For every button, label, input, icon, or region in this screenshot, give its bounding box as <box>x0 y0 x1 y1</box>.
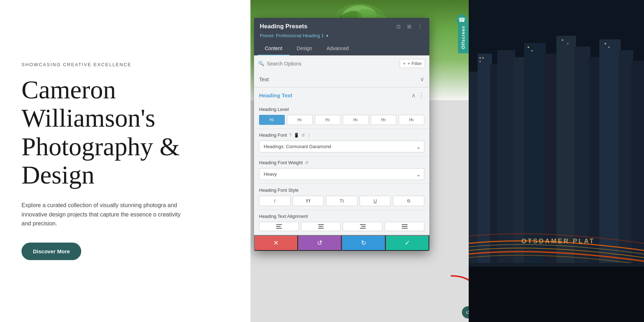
align-right-button[interactable] <box>343 222 382 231</box>
text-section-label: Text <box>259 76 269 82</box>
heading-font-weight-select-wrapper: Heavy Normal Bold Light <box>259 168 424 180</box>
panel-header-icons: ⊡ ⊞ ⋮ <box>395 23 424 30</box>
svg-rect-40 <box>605 43 606 44</box>
heading-text-section: Heading Text ∧ ⋮ Heading Level H1 H2 H3 <box>254 87 429 235</box>
heading-section-header[interactable]: Heading Text ∧ ⋮ <box>254 88 429 103</box>
style-strikethrough-button[interactable]: S <box>393 196 424 206</box>
cancel-button[interactable]: ✕ <box>254 235 298 251</box>
right-panel: OTSDAMER PLAT <box>469 0 644 322</box>
svg-rect-10 <box>319 226 323 227</box>
style-uppercase-button[interactable]: TT <box>293 196 324 206</box>
middle-area: ☎ Offscreen Heading Presets ⊡ ⊞ ⋮ Preset… <box>250 0 469 322</box>
panel-toolbar: ✕ ↺ ↻ ✓ <box>254 235 429 251</box>
style-italic-button[interactable]: I <box>259 196 291 206</box>
heading-section-collapse-icon[interactable]: ∧ <box>411 92 416 99</box>
svg-rect-39 <box>567 43 569 44</box>
heading-font-select[interactable]: Headings: Cormorant Garamond <box>259 141 424 152</box>
bottom-settings-button[interactable]: ↺ <box>462 306 469 318</box>
more-icon[interactable]: ⋮ <box>416 23 424 30</box>
help-icon[interactable]: ? <box>289 133 292 138</box>
panel-title: Heading Presets <box>260 23 307 30</box>
align-left-button[interactable] <box>259 222 299 231</box>
svg-rect-6 <box>276 224 282 225</box>
heading-font-weight-label: Heading Font Weight ↺ <box>259 160 424 165</box>
redo-button[interactable]: ↻ <box>342 235 386 251</box>
font-weight-reset-icon[interactable]: ↺ <box>305 160 308 165</box>
mobile-icon[interactable]: 📱 <box>294 133 299 138</box>
svg-rect-13 <box>361 226 366 227</box>
filter-button[interactable]: + + Filter <box>400 59 425 68</box>
city-background: OTSDAMER PLAT <box>469 0 644 322</box>
heading-font-group: Heading Font ? 📱 ↺ ⋮ Headings: Cormorant… <box>254 129 429 156</box>
heading-level-group: Heading Level H1 H2 H3 H4 H5 H6 <box>254 103 429 129</box>
heading-level-h2[interactable]: H2 <box>287 115 313 125</box>
undo-button[interactable]: ↺ <box>298 235 342 251</box>
heading-font-style-label: Heading Font Style <box>259 187 424 193</box>
style-underline-button[interactable]: U <box>360 196 391 206</box>
panel-header: Heading Presets ⊡ ⊞ ⋮ <box>254 18 429 33</box>
svg-rect-41 <box>608 47 610 48</box>
search-icon: 🔍 <box>258 61 264 66</box>
style-capitalize-button[interactable]: Tt <box>326 196 357 206</box>
text-section-chevron-icon: ∨ <box>420 76 424 83</box>
heading-font-select-wrapper: Headings: Cormorant Garamond <box>259 141 424 152</box>
svg-rect-43 <box>469 263 644 267</box>
cancel-icon: ✕ <box>273 239 279 247</box>
heading-level-h5[interactable]: H5 <box>371 115 396 125</box>
offscreen-badge[interactable]: Offscreen <box>458 21 469 53</box>
svg-text:OTSDAMER  PLAT: OTSDAMER PLAT <box>521 238 595 245</box>
preset-chevron-icon: ▼ <box>325 34 329 38</box>
svg-rect-9 <box>318 224 324 225</box>
panel-body: Text ∨ Heading Text ∧ ⋮ Heading Level <box>254 72 429 235</box>
confirm-icon: ✓ <box>405 239 410 247</box>
heading-level-h1[interactable]: H1 <box>259 115 285 125</box>
preset-row[interactable]: Preset: Professional Heading 1 ▼ <box>254 33 429 42</box>
align-justify-button[interactable] <box>385 222 424 231</box>
resize-icon[interactable]: ⊡ <box>395 23 402 30</box>
tab-design[interactable]: Design <box>289 42 319 55</box>
svg-rect-38 <box>562 39 563 41</box>
confirm-button[interactable]: ✓ <box>386 235 430 251</box>
heading-section-icons: ∧ ⋮ <box>411 92 424 99</box>
undo-icon: ↺ <box>317 239 322 247</box>
heading-level-h3[interactable]: H3 <box>315 115 341 125</box>
heading-level-buttons: H1 H2 H3 H4 H5 H6 <box>259 115 424 125</box>
svg-rect-12 <box>360 224 366 225</box>
heading-font-weight-select[interactable]: Heavy Normal Bold Light <box>259 168 424 180</box>
arrow-indicator <box>447 272 469 302</box>
heading-font-label: Heading Font ? 📱 ↺ ⋮ <box>259 132 424 138</box>
heading-section-title: Heading Text <box>259 92 292 98</box>
heading-font-style-group: Heading Font Style I TT Tt U S <box>254 184 429 210</box>
columns-icon[interactable]: ⊞ <box>406 23 413 30</box>
font-more-icon[interactable]: ⋮ <box>307 133 311 138</box>
svg-rect-35 <box>479 61 481 62</box>
tab-advanced[interactable]: Advanced <box>319 42 356 55</box>
svg-rect-11 <box>318 228 324 229</box>
heading-level-h4[interactable]: H4 <box>343 115 369 125</box>
text-section[interactable]: Text ∨ <box>254 72 429 87</box>
align-buttons <box>259 222 424 231</box>
heading-text-alignment-label: Heading Text Alignment <box>259 214 424 219</box>
redo-icon: ↻ <box>361 239 366 247</box>
discover-more-button[interactable]: Discover More <box>21 243 81 260</box>
heading-level-h6[interactable]: H6 <box>399 115 424 125</box>
svg-rect-16 <box>402 226 408 227</box>
align-center-button[interactable] <box>301 222 341 231</box>
heading-level-label: Heading Level <box>259 107 424 112</box>
settings-icon: ↺ <box>466 309 469 315</box>
reset-icon[interactable]: ↺ <box>301 133 305 138</box>
heading-presets-panel: Heading Presets ⊡ ⊞ ⋮ Preset: Profession… <box>254 18 429 251</box>
heading-text-alignment-group: Heading Text Alignment <box>254 210 429 235</box>
svg-rect-8 <box>276 228 282 229</box>
heading-font-weight-group: Heading Font Weight ↺ Heavy Normal Bold … <box>254 156 429 184</box>
main-heading: Cameron Williamson's Photography & Desig… <box>21 76 229 189</box>
offscreen-circle[interactable]: ☎ <box>457 14 467 25</box>
heading-section-more-icon[interactable]: ⋮ <box>419 92 424 99</box>
svg-rect-34 <box>482 57 484 59</box>
panel-tabs: Content Design Advanced <box>254 42 429 55</box>
tab-content[interactable]: Content <box>258 42 289 55</box>
preset-label: Preset: Professional Heading 1 <box>260 33 324 38</box>
search-input[interactable] <box>267 61 397 67</box>
filter-label: + Filter <box>408 61 422 66</box>
svg-rect-33 <box>479 57 481 59</box>
